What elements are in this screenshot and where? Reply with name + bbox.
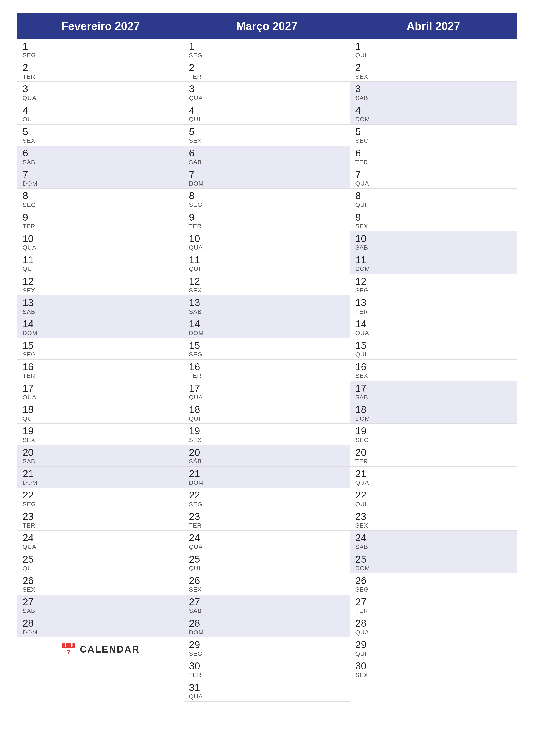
day-cell: 30TER (184, 659, 350, 680)
day-cell: 5SEX (184, 124, 350, 146)
calendar-grid: Fevereiro 2027 Março 2027 Abril 2027 1SE… (17, 13, 517, 702)
day-number: 6 (23, 148, 179, 159)
day-cell: 6SÁB (184, 146, 350, 167)
day-cell: 23SEX (350, 509, 517, 530)
day-number: 19 (189, 425, 345, 436)
day-number: 1 (23, 41, 179, 52)
day-number: 28 (355, 618, 511, 629)
day-cell: 26SEX (184, 574, 350, 595)
day-name: QUI (23, 265, 179, 273)
day-cell: 3QUA (17, 82, 184, 103)
day-cell: 19SEX (17, 424, 184, 445)
day-cell: 23TER (184, 509, 350, 530)
day-name: SEG (355, 436, 511, 444)
day-cell: 28DOM (17, 616, 184, 637)
day-number: 20 (355, 447, 511, 458)
day-cell: 22SEG (184, 488, 350, 509)
day-cell: 24QUA (17, 530, 184, 552)
day-cell: 29QUI (350, 637, 517, 659)
day-cell: 15SEG (184, 338, 350, 360)
logo-cell: 7 CALENDAR (17, 637, 184, 662)
day-cell: 7DOM (17, 167, 184, 189)
day-number: 18 (23, 404, 179, 415)
day-number: 23 (355, 511, 511, 522)
day-cell: 11QUI (17, 253, 184, 274)
month-title-mar: Março 2027 (237, 20, 297, 32)
day-cell: 30SEX (350, 659, 517, 680)
day-number: 6 (189, 148, 345, 159)
day-name: TER (23, 372, 179, 380)
day-name: DOM (189, 479, 345, 486)
day-name: TER (189, 671, 345, 679)
day-cell: 25QUI (184, 552, 350, 574)
day-name: SEX (355, 671, 511, 679)
day-name: QUA (355, 629, 511, 636)
day-cell: 21DOM (17, 467, 184, 488)
day-number: 25 (355, 554, 511, 565)
month-title-apr: Abril 2027 (407, 20, 460, 32)
day-number: 4 (189, 105, 345, 116)
day-cell: 22SEG (17, 488, 184, 509)
day-cell: 13SÁB (17, 295, 184, 317)
day-name: SEX (355, 522, 511, 529)
day-name: QUA (189, 244, 345, 251)
day-cell: 15SEG (17, 338, 184, 360)
day-cell: 10QUA (184, 231, 350, 253)
day-number: 13 (189, 297, 345, 308)
day-name: DOM (355, 265, 511, 273)
day-name: SEG (355, 586, 511, 593)
day-name: SEX (355, 372, 511, 380)
day-number: 10 (355, 233, 511, 244)
day-name: TER (189, 223, 345, 230)
day-name: SEX (189, 287, 345, 294)
month-title-feb: Fevereiro 2027 (62, 20, 140, 32)
day-number: 9 (23, 212, 179, 223)
days-body: 1SEG2TER3QUA4QUI5SEX6SÁB7DOM8SEG9TER10QU… (17, 39, 517, 702)
day-number: 10 (189, 233, 345, 244)
day-cell: 31QUA (184, 680, 350, 702)
day-cell: 9SEX (350, 210, 517, 231)
day-name: QUA (189, 543, 345, 551)
day-cell: 12SEX (17, 274, 184, 295)
day-number: 11 (189, 255, 345, 265)
day-cell: 7DOM (184, 167, 350, 189)
day-number: 27 (355, 597, 511, 608)
day-cell: 4DOM (350, 103, 517, 124)
day-cell: 20SÁB (17, 445, 184, 467)
day-cell: 12SEX (184, 274, 350, 295)
day-name: QUA (355, 180, 511, 187)
day-number: 15 (355, 340, 511, 351)
day-number: 4 (355, 105, 511, 116)
day-name: SEG (23, 52, 179, 59)
day-number: 27 (189, 597, 345, 608)
day-number: 25 (23, 554, 179, 565)
logo-label: CALENDAR (80, 644, 140, 655)
day-number: 13 (355, 297, 511, 308)
day-name: DOM (355, 116, 511, 123)
empty-cell (17, 677, 184, 692)
day-number: 2 (189, 62, 345, 73)
day-cell: 24QUA (184, 530, 350, 552)
day-name: SÁB (189, 159, 345, 166)
day-number: 11 (355, 255, 511, 265)
day-number: 29 (189, 639, 345, 650)
day-cell: 1SEG (17, 39, 184, 60)
day-cell: 20TER (350, 445, 517, 467)
day-number: 24 (355, 532, 511, 543)
day-number: 7 (23, 169, 179, 180)
day-name: SÁB (189, 607, 345, 615)
day-name: SEX (355, 73, 511, 80)
day-name: SÁB (189, 308, 345, 315)
day-number: 25 (189, 554, 345, 565)
svg-rect-2 (62, 645, 75, 648)
day-cell: 20SÁB (184, 445, 350, 467)
day-cell: 16TER (184, 360, 350, 381)
day-name: TER (189, 522, 345, 529)
day-cell: 29SEG (184, 637, 350, 659)
day-name: QUA (23, 94, 179, 102)
day-name: SEX (23, 287, 179, 294)
day-name: DOM (189, 180, 345, 187)
day-name: TER (355, 607, 511, 615)
header-row: Fevereiro 2027 Março 2027 Abril 2027 (17, 13, 517, 39)
day-number: 23 (23, 511, 179, 522)
